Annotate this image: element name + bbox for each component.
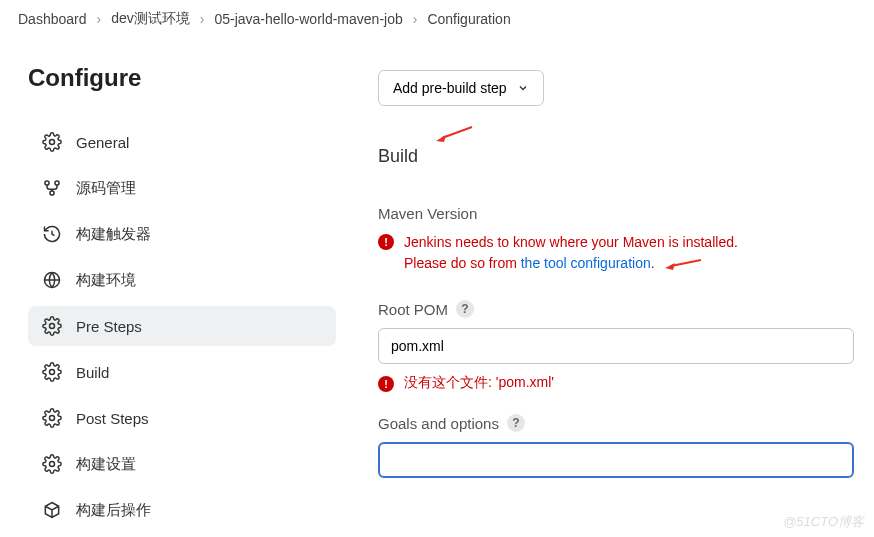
svg-point-3 xyxy=(50,191,54,195)
breadcrumb: Dashboard › dev测试环境 › 05-java-hello-worl… xyxy=(0,0,874,38)
sidebar-item-environment[interactable]: 构建环境 xyxy=(28,260,336,300)
sidebar-item-label: 源码管理 xyxy=(76,179,136,198)
sidebar-item-general[interactable]: General xyxy=(28,122,336,162)
help-icon[interactable]: ? xyxy=(456,300,474,318)
main-content: Add pre-build step Build Maven Version !… xyxy=(360,38,874,536)
sidebar-item-build-settings[interactable]: 构建设置 xyxy=(28,444,336,484)
gear-icon xyxy=(42,132,62,152)
chevron-right-icon: › xyxy=(200,11,205,27)
root-pom-input[interactable] xyxy=(378,328,854,364)
sidebar-item-post-build[interactable]: 构建后操作 xyxy=(28,490,336,530)
add-prebuild-step-button[interactable]: Add pre-build step xyxy=(378,70,544,106)
svg-point-5 xyxy=(50,324,55,329)
breadcrumb-item[interactable]: Dashboard xyxy=(18,11,87,27)
error-icon: ! xyxy=(378,234,394,250)
svg-point-0 xyxy=(50,140,55,145)
sidebar: Configure General 源码管理 构建触发器 构建环境 xyxy=(0,38,360,536)
chevron-right-icon: › xyxy=(413,11,418,27)
breadcrumb-item[interactable]: dev测试环境 xyxy=(111,10,190,28)
svg-point-8 xyxy=(50,462,55,467)
sidebar-item-post-steps[interactable]: Post Steps xyxy=(28,398,336,438)
annotation-arrow-icon xyxy=(434,124,474,144)
package-icon xyxy=(42,500,62,520)
maven-version-error: ! Jenkins needs to know where your Maven… xyxy=(378,232,854,274)
root-pom-error: ! 没有这个文件: 'pom.xml' xyxy=(378,374,854,392)
error-icon: ! xyxy=(378,376,394,392)
page-title: Configure xyxy=(28,64,336,92)
sidebar-item-label: 构建环境 xyxy=(76,271,136,290)
breadcrumb-item[interactable]: Configuration xyxy=(427,11,510,27)
breadcrumb-item[interactable]: 05-java-hello-world-maven-job xyxy=(214,11,402,27)
tool-configuration-link[interactable]: the tool configuration xyxy=(521,255,651,271)
help-icon[interactable]: ? xyxy=(507,414,525,432)
svg-point-1 xyxy=(45,181,49,185)
root-pom-label: Root POM ? xyxy=(378,300,854,318)
chevron-down-icon xyxy=(517,82,529,94)
sidebar-item-triggers[interactable]: 构建触发器 xyxy=(28,214,336,254)
svg-point-2 xyxy=(55,181,59,185)
sidebar-item-label: 构建触发器 xyxy=(76,225,151,244)
sidebar-item-label: Pre Steps xyxy=(76,318,142,335)
sidebar-item-pre-steps[interactable]: Pre Steps xyxy=(28,306,336,346)
gear-icon xyxy=(42,408,62,428)
sidebar-item-build[interactable]: Build xyxy=(28,352,336,392)
error-text-line2-prefix: Please do so from xyxy=(404,255,521,271)
gear-icon xyxy=(42,316,62,336)
annotation-arrow-icon xyxy=(663,257,703,271)
goals-label: Goals and options ? xyxy=(378,414,854,432)
globe-icon xyxy=(42,270,62,290)
goals-input[interactable] xyxy=(378,442,854,478)
sidebar-item-label: Build xyxy=(76,364,109,381)
branch-icon xyxy=(42,178,62,198)
svg-point-7 xyxy=(50,416,55,421)
svg-point-6 xyxy=(50,370,55,375)
clock-arrow-icon xyxy=(42,224,62,244)
chevron-right-icon: › xyxy=(97,11,102,27)
error-text: 没有这个文件: 'pom.xml' xyxy=(404,374,554,392)
sidebar-item-label: Post Steps xyxy=(76,410,149,427)
error-text-line1: Jenkins needs to know where your Maven i… xyxy=(404,234,738,250)
sidebar-item-label: 构建设置 xyxy=(76,455,136,474)
sidebar-item-label: 构建后操作 xyxy=(76,501,151,520)
gear-icon xyxy=(42,454,62,474)
gear-icon xyxy=(42,362,62,382)
sidebar-item-scm[interactable]: 源码管理 xyxy=(28,168,336,208)
pre-steps-heading xyxy=(378,46,854,56)
button-label: Add pre-build step xyxy=(393,80,507,96)
sidebar-item-label: General xyxy=(76,134,129,151)
watermark: @51CTO博客 xyxy=(783,513,864,531)
build-section-heading: Build xyxy=(378,146,854,167)
maven-version-label: Maven Version xyxy=(378,205,854,222)
